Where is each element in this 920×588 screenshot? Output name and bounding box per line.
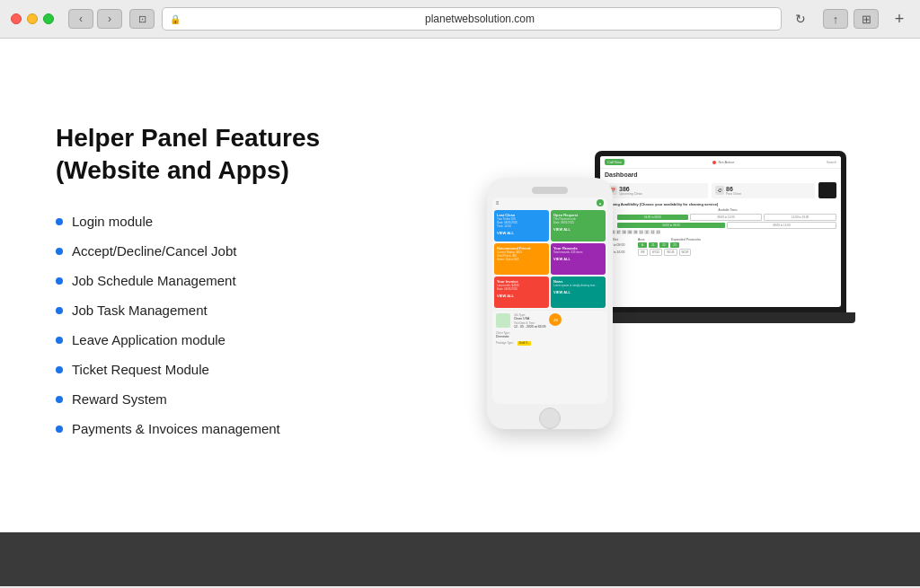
num-chip: 12 bbox=[650, 230, 655, 234]
page-content: Helper Panel Features (Website and Apps)… bbox=[0, 39, 920, 532]
card-amount: VIEW ALL bbox=[497, 294, 546, 298]
feature-label: Payments & Invoices management bbox=[72, 419, 280, 438]
page-footer bbox=[0, 532, 920, 586]
call-now-label: Call Now bbox=[605, 159, 624, 165]
mon-slot-1: 04:00 to 08:00 bbox=[617, 215, 688, 220]
browser-actions: ↑ ⊞ bbox=[823, 9, 879, 29]
num-chips-row: 04 36 47 58 08 09 10 11 12 13 bbox=[605, 230, 836, 234]
past-count: 86 bbox=[726, 186, 741, 192]
table-chip-green: 22 bbox=[659, 242, 668, 248]
tab-layout-button[interactable]: ⊡ bbox=[129, 9, 155, 29]
table-chip-green: 23 bbox=[670, 242, 679, 248]
fullscreen-icon: ⊞ bbox=[862, 13, 871, 26]
table-section: Time Slot Area Expanded Postcodes 04:00 … bbox=[600, 236, 841, 259]
url-text: planetwebsolution.com bbox=[186, 13, 774, 25]
job-image bbox=[496, 313, 510, 328]
news-card: News Lorem ipsum is simply dummy text...… bbox=[551, 276, 606, 308]
feature-label: Ticket Request Module bbox=[72, 360, 209, 379]
stats-row: 📅 386 Upcoming Clean ⏱ 86 Past bbox=[600, 180, 841, 200]
devices-section: Call Now Not Active Search Dashboard bbox=[487, 133, 864, 438]
past-clean-stat: ⏱ 86 Past Clean bbox=[712, 183, 815, 198]
address-bar[interactable]: 🔒 planetwebsolution.com bbox=[162, 7, 782, 31]
phone-home-button[interactable] bbox=[539, 408, 561, 429]
table-chip-outline: WC45 bbox=[650, 249, 662, 256]
card-text: Your Ticket 100Date: 04/01/2025Time: 12:… bbox=[497, 218, 546, 229]
package-type-label: Package Type: bbox=[496, 341, 514, 345]
minimize-button[interactable] bbox=[27, 13, 38, 24]
detail-row: Job Type: Clean USA Visit Date & Time: 1… bbox=[496, 313, 604, 329]
num-chip: 08 bbox=[627, 230, 632, 234]
num-chip: 13 bbox=[656, 230, 660, 234]
list-item: Leave Application module bbox=[56, 330, 320, 349]
feature-label: Accept/Decline/Cancel Jobt bbox=[72, 241, 236, 260]
avatar: JS bbox=[549, 313, 562, 326]
bullet-icon bbox=[56, 396, 63, 403]
fullscreen-button[interactable]: ⊞ bbox=[854, 9, 879, 29]
maximize-button[interactable] bbox=[43, 13, 54, 24]
client-type-value: Domestic bbox=[496, 335, 510, 339]
table-chip-outline: WC46 bbox=[664, 249, 677, 256]
plus-icon: + bbox=[895, 10, 905, 29]
clock-icon: ⏱ bbox=[715, 186, 724, 195]
card-text: Lorem ipsum is simply dummy text... bbox=[553, 285, 603, 288]
mon-row: Mon 04:00 to 08:00 08:00 to 12:00 12:00 … bbox=[605, 214, 836, 221]
recommend-card: Recommend Friend Current Rating: $455Tot… bbox=[494, 243, 549, 275]
your-rewards-card: Your Rewards Total rewards: 333 items VI… bbox=[551, 243, 606, 275]
detail-row-3: Package Type: Gold V... bbox=[496, 341, 604, 346]
traffic-lights bbox=[11, 13, 54, 24]
bullet-icon bbox=[56, 307, 63, 314]
table-label: Area bbox=[638, 238, 669, 241]
search-label: Search bbox=[827, 161, 836, 164]
table-row-data-1: 04:00 to 08:00 A 21 22 23 bbox=[605, 242, 836, 248]
card-text: Current Rating: $455Total Points: $45Hom… bbox=[497, 251, 546, 262]
tue-slot-1: 04:00 to 08:00 bbox=[617, 223, 725, 228]
refresh-icon: ↻ bbox=[795, 12, 806, 26]
mon-slot-2: 08:00 to 12:00 bbox=[690, 214, 763, 221]
feature-label: Reward System bbox=[72, 390, 167, 408]
list-item: Reward System bbox=[56, 390, 320, 408]
phone-top-bar: ≡ ▲ bbox=[492, 197, 607, 208]
last-clean-card: Last Clean Your Ticket 100Date: 04/01/20… bbox=[494, 210, 549, 241]
availability-section: Cleaning Availibility (Choose your avail… bbox=[600, 200, 841, 236]
close-button[interactable] bbox=[11, 13, 22, 24]
your-invoice-card: Your Invoice Last month: $4536Date: 04/0… bbox=[494, 276, 549, 308]
back-button[interactable]: ‹ bbox=[68, 9, 93, 29]
tab-icon: ⊡ bbox=[138, 13, 146, 25]
card-text: Last month: $4536Date: 04/01/2025 bbox=[497, 285, 546, 292]
share-button[interactable]: ↑ bbox=[823, 9, 848, 29]
forward-button[interactable]: › bbox=[97, 9, 122, 29]
card-amount: VIEW ALL bbox=[497, 231, 546, 235]
visit-date-value: 12 - 05 - 2020 at 63:09 bbox=[514, 325, 545, 329]
refresh-button[interactable]: ↻ bbox=[789, 7, 812, 31]
table-chip-green: A bbox=[638, 242, 647, 248]
upcoming-count: 386 bbox=[619, 186, 642, 192]
not-active-status: Not Active bbox=[712, 160, 734, 164]
share-icon: ↑ bbox=[833, 13, 839, 26]
browser-titlebar: ‹ › ⊡ 🔒 planetwebsolution.com ↻ ↑ ⊞ + bbox=[0, 0, 920, 38]
feature-label: Login module bbox=[72, 212, 153, 231]
browser-chrome: ‹ › ⊡ 🔒 planetwebsolution.com ↻ ↑ ⊞ + bbox=[0, 0, 920, 39]
phone-screen: ≡ ▲ Last Clean Your Ticket 100Date: 04/0… bbox=[492, 197, 607, 404]
text-section: Helper Panel Features (Website and Apps)… bbox=[56, 122, 320, 450]
avail-header: Cleaning Availibility (Choose your avail… bbox=[605, 202, 836, 206]
table-chip-outline: WCM bbox=[679, 249, 692, 256]
notification-badge: ▲ bbox=[597, 199, 604, 206]
forward-icon: › bbox=[108, 13, 111, 25]
add-tab-button[interactable]: + bbox=[889, 9, 909, 29]
laptop-screen-inner: Call Now Not Active Search Dashboard bbox=[600, 156, 841, 307]
job-detail: Job Type: Clean USA Visit Date & Time: 1… bbox=[492, 310, 607, 350]
num-chip: 58 bbox=[622, 230, 626, 234]
detail-row-2: Client Type: Domestic bbox=[496, 331, 604, 339]
bullet-icon bbox=[56, 248, 63, 255]
list-item: Job Task Management bbox=[56, 301, 320, 320]
past-label: Past Clean bbox=[726, 192, 741, 196]
num-chip: 09 bbox=[633, 230, 638, 234]
phone-card-grid: Last Clean Your Ticket 100Date: 04/01/20… bbox=[492, 208, 607, 310]
num-chip: 11 bbox=[644, 230, 649, 234]
list-item: Job Schedule Management bbox=[56, 271, 320, 290]
phone-mockup: ≡ ▲ Last Clean Your Ticket 100Date: 04/0… bbox=[487, 178, 622, 438]
card-amount: VIEW ALL bbox=[553, 290, 603, 294]
nav-buttons: ‹ › ⊡ bbox=[68, 9, 155, 29]
feature-label: Job Schedule Management bbox=[72, 271, 236, 290]
back-icon: ‹ bbox=[79, 13, 83, 25]
